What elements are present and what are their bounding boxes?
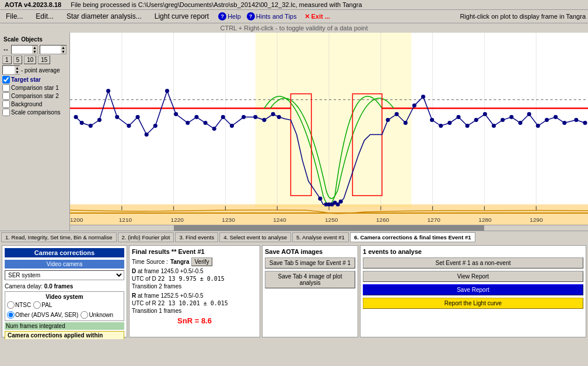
tab-6[interactable]: 6. Camera corrections & final times Even… [350, 232, 475, 242]
svg-point-21 [106, 89, 110, 93]
other-radio[interactable] [7, 311, 15, 319]
svg-point-61 [509, 115, 513, 119]
utc-d-row: UTC of D 22 13 9.975 ± 0.015 [132, 276, 257, 282]
video-system-title: Video system [7, 294, 122, 300]
final-results-panel: Final results ** Event #1 Time Source : … [129, 245, 260, 337]
tab-4[interactable]: 4. Select event to analyse [219, 232, 291, 242]
set-event-button[interactable]: Set Event # 1 as a non-event [363, 257, 583, 269]
pal-radio[interactable] [33, 301, 41, 309]
menu-star-diameter[interactable]: Star diameter analysis... [63, 11, 145, 22]
scale-input2[interactable]: 1.00 [40, 47, 61, 53]
point-avg-spinbox[interactable]: 0 ▲ ▼ [2, 65, 20, 75]
save-tab5-button[interactable]: Save Tab 5 image for Event # 1 [265, 257, 355, 269]
svg-point-32 [212, 127, 216, 131]
ntsc-radio[interactable] [7, 301, 15, 309]
menu-hints[interactable]: ? Hints and Tips [247, 12, 297, 20]
menu-edit[interactable]: Edit... [32, 11, 57, 22]
chart-area: 1200 1210 1220 1230 1240 1250 1260 1270 … [70, 33, 588, 231]
scale-spinbox2[interactable]: 1.00 ▲ ▼ [40, 45, 66, 54]
verify-button[interactable]: Verify [191, 257, 212, 266]
spinbox1-down[interactable]: ▼ [32, 50, 37, 54]
background-checkbox[interactable] [2, 100, 10, 108]
svg-point-51 [421, 95, 425, 99]
comp1-checkbox[interactable] [2, 84, 10, 92]
background-label: Background [11, 101, 42, 107]
camera-corrections-title: Camera corrections [5, 248, 124, 257]
tab-5[interactable]: 5. Analyse event #1 [292, 232, 349, 242]
svg-point-45 [336, 203, 340, 207]
svg-point-24 [136, 115, 140, 119]
svg-point-18 [80, 121, 84, 125]
tab-1[interactable]: 1. Read, Integrity, Set time, Bin & norm… [1, 232, 117, 242]
svg-point-55 [456, 115, 460, 119]
exit-button[interactable]: ✕ Exit ... [304, 13, 330, 20]
right-hint-text: Right-click on plot to display frame in … [460, 13, 586, 20]
pal-radio-label[interactable]: PAL [33, 301, 52, 309]
svg-point-23 [127, 124, 131, 128]
snr-display: SnR = 8.6 [132, 316, 257, 325]
svg-point-38 [271, 112, 275, 116]
svg-point-65 [545, 118, 549, 122]
svg-point-35 [242, 115, 246, 119]
point-avg-up[interactable]: ▲ [15, 66, 20, 70]
svg-point-56 [466, 124, 470, 128]
num-frames-row: Num frames integrated [5, 322, 124, 330]
point-avg-down[interactable]: ▼ [15, 70, 20, 74]
save-report-button[interactable]: Save Report [363, 284, 583, 295]
notification-bar: Camera corrections applied within Tangra [5, 331, 124, 339]
svg-point-64 [536, 124, 540, 128]
target-star-checkbox[interactable] [2, 76, 10, 83]
camera-corrections-panel: Camera corrections Video camera SER syst… [2, 245, 127, 337]
other-radio-label[interactable]: Other (ADVS AAV, SER) [7, 311, 78, 319]
d-frame-row: D at frame 1245.0 +0.5/-0.5 [132, 268, 257, 274]
comp1-label: Comparison star 1 [11, 85, 59, 91]
menu-file[interactable]: File... [2, 11, 26, 22]
tab-2[interactable]: 2. (info) Fourier plot [118, 232, 174, 242]
svg-point-50 [412, 103, 416, 107]
scale-comp-checkbox[interactable] [2, 109, 10, 116]
target-star-label: Target star [11, 76, 41, 83]
svg-text:1250: 1250 [325, 217, 338, 223]
objects-label: Objects [21, 36, 43, 43]
scroll-thumb[interactable] [174, 225, 485, 231]
svg-point-69 [583, 121, 587, 125]
btn-15[interactable]: 15 [38, 55, 50, 64]
spinbox2-up[interactable]: ▲ [61, 46, 66, 50]
btn-1[interactable]: 1 [2, 55, 12, 64]
unknown-radio[interactable] [80, 311, 88, 319]
view-report-button[interactable]: View Report [363, 271, 583, 282]
scale-input1[interactable]: 10.0 [12, 47, 32, 53]
spinbox2-down[interactable]: ▼ [61, 50, 66, 54]
svg-text:1220: 1220 [171, 217, 184, 223]
spinbox1-up[interactable]: ▲ [32, 46, 37, 50]
transition-r-row: Transition 1 frames [132, 308, 257, 314]
svg-point-20 [97, 118, 102, 122]
ntsc-radio-label[interactable]: NTSC [7, 301, 31, 309]
tab-3[interactable]: 3. Find events [175, 232, 218, 242]
svg-point-47 [386, 118, 390, 122]
svg-point-63 [527, 112, 531, 116]
svg-point-26 [153, 124, 158, 128]
menu-help[interactable]: ? Help [218, 12, 241, 20]
video-camera-title: Video camera [5, 260, 124, 269]
save-tab4-button[interactable]: Save Tab 4 image of plot analysis [265, 271, 355, 288]
report-light-curve-button[interactable]: Report the Light curve [363, 298, 583, 309]
svg-point-57 [474, 118, 478, 122]
svg-text:1290: 1290 [530, 217, 543, 223]
comp2-checkbox[interactable] [2, 92, 10, 100]
svg-point-68 [574, 118, 578, 122]
btn-5[interactable]: 5 [13, 55, 23, 64]
btn-10[interactable]: 10 [24, 55, 36, 64]
utc-r-row: UTC of R 22 13 10.201 ± 0.015 [132, 300, 257, 306]
point-avg-input[interactable]: 0 [3, 67, 15, 74]
scale-spinbox1[interactable]: 10.0 ▲ ▼ [11, 45, 38, 54]
svg-point-59 [492, 124, 496, 128]
svg-point-62 [518, 121, 522, 125]
chart-scrollbar[interactable] [70, 225, 588, 231]
camera-delay-row: Camera delay: 0.0 frames [5, 283, 124, 290]
menu-light-curve[interactable]: Light curve report [151, 11, 212, 22]
svg-point-27 [165, 89, 169, 93]
svg-point-67 [562, 121, 566, 125]
unknown-radio-label[interactable]: Unknown [80, 311, 113, 319]
camera-select[interactable]: SER system [5, 270, 124, 280]
